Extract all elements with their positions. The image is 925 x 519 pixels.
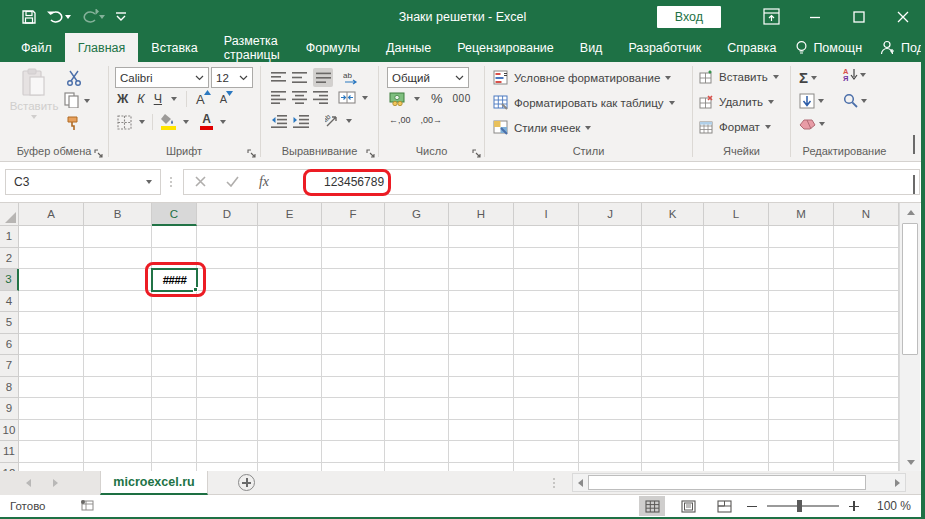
prev-sheet-button[interactable] [26,479,31,487]
alignment-dialog-launcher[interactable] [366,145,378,157]
align-top-button[interactable] [271,71,286,84]
copy-button[interactable] [64,92,80,108]
row-header-4[interactable]: 4 [0,291,19,313]
underline-button[interactable]: Ч [154,92,162,106]
column-header-D[interactable]: D [197,203,258,226]
insert-cells-button[interactable]: Вставить [699,70,779,84]
vertical-scrollbar[interactable] [899,203,920,471]
column-header-F[interactable]: F [322,203,385,226]
maximize-button[interactable] [837,0,881,33]
clipboard-dialog-launcher[interactable] [94,145,106,157]
close-button[interactable] [881,0,925,33]
tab-file[interactable]: Файл [8,33,65,62]
tab-data[interactable]: Данные [373,33,444,62]
worksheet-grid[interactable]: ABCDEFGHIJKLMN 123456789101112 #### [0,203,925,471]
minimize-button[interactable] [793,0,837,33]
fill-button[interactable] [799,93,824,109]
undo-dropdown[interactable] [65,15,71,19]
column-header-K[interactable]: K [642,203,704,226]
font-dialog-launcher[interactable] [247,145,259,157]
font-color-button[interactable]: А [200,114,213,130]
formula-input-area[interactable]: fx 123456789 [183,169,920,195]
name-box[interactable]: C3 [5,169,161,195]
horizontal-scroll-thumb[interactable] [588,475,866,490]
collapse-ribbon-button[interactable] [913,135,915,153]
row-header-10[interactable]: 10 [0,420,19,442]
merge-center-button[interactable] [338,91,356,104]
underline-dropdown[interactable] [171,97,177,101]
horizontal-scrollbar[interactable] [572,473,906,492]
bold-button[interactable]: Ж [117,92,128,106]
comma-style-button[interactable]: 000 [453,93,471,104]
column-header-J[interactable]: J [579,203,642,226]
decrease-decimal-button[interactable]: ,00→ [421,115,443,125]
tab-insert[interactable]: Вставка [138,33,210,62]
increase-indent-button[interactable] [293,115,309,128]
new-sheet-button[interactable] [238,474,255,491]
select-all-button[interactable] [0,203,19,226]
zoom-out-button[interactable] [747,501,757,511]
conditional-formatting-button[interactable]: Условное форматирование [493,70,671,85]
font-color-dropdown[interactable] [220,120,226,124]
column-header-I[interactable]: I [514,203,579,226]
merge-dropdown[interactable] [362,96,368,100]
insert-function-button[interactable]: fx [248,174,280,190]
zoom-slider-thumb[interactable] [797,500,802,512]
align-right-button[interactable] [313,91,328,104]
column-header-M[interactable]: M [769,203,834,226]
column-header-N[interactable]: N [834,203,899,226]
undo-button[interactable] [44,7,74,26]
zoom-slider[interactable] [767,505,839,507]
sort-filter-button[interactable]: АЯ [843,68,866,82]
scroll-left-button[interactable] [573,474,588,491]
view-page-break-button[interactable] [711,496,737,516]
tab-home[interactable]: Главная [65,33,139,62]
format-as-table-button[interactable]: Форматировать как таблицу [493,95,675,110]
find-select-button[interactable] [843,93,867,108]
decrease-indent-button[interactable] [271,115,287,128]
scroll-right-button[interactable] [890,474,905,491]
percent-style-button[interactable]: % [431,91,443,106]
copy-dropdown[interactable] [84,99,90,103]
fill-color-dropdown[interactable] [183,120,189,124]
italic-button[interactable]: К [137,92,144,106]
align-middle-button[interactable] [292,71,307,84]
tab-review[interactable]: Рецензирование [444,33,567,62]
autosum-button[interactable]: Σ [799,69,808,86]
scroll-down-button[interactable] [900,453,921,471]
name-box-dropdown[interactable] [146,180,152,184]
scroll-up-button[interactable] [900,203,921,221]
macro-record-button[interactable] [80,499,94,513]
next-sheet-button[interactable] [53,479,58,487]
cut-button[interactable] [66,70,83,86]
fill-color-button[interactable] [160,114,176,130]
row-header-3[interactable]: 3 [0,269,19,291]
tab-page-layout[interactable]: Разметка страницы [211,33,293,62]
fill-handle[interactable] [193,287,198,292]
column-header-G[interactable]: G [385,203,449,226]
tab-help[interactable]: Справка [714,33,789,62]
delete-cells-button[interactable]: Удалить [699,95,774,109]
accounting-format-button[interactable] [389,92,408,106]
view-page-layout-button[interactable] [675,496,701,516]
row-header-6[interactable]: 6 [0,334,19,356]
row-header-2[interactable]: 2 [0,248,19,270]
align-left-button[interactable] [271,91,286,104]
shrink-font-button[interactable]: A [220,93,227,105]
autosum-dropdown[interactable] [811,76,817,80]
tab-view[interactable]: Вид [567,33,616,62]
accounting-dropdown[interactable] [414,97,420,101]
save-button[interactable] [18,7,40,27]
cell-styles-button[interactable]: Стили ячеек [493,120,591,135]
number-format-select[interactable]: Общий [387,67,469,88]
borders-button[interactable] [117,115,132,130]
column-header-B[interactable]: B [84,203,152,226]
wrap-text-button[interactable]: ab [343,71,359,85]
align-bottom-button[interactable] [313,68,333,87]
column-header-E[interactable]: E [258,203,322,226]
customize-qat-button[interactable] [112,10,130,24]
align-center-button[interactable] [292,91,307,104]
zoom-level[interactable]: 100 % [869,499,911,513]
expand-formula-bar-button[interactable] [913,175,915,193]
row-header-7[interactable]: 7 [0,355,19,377]
